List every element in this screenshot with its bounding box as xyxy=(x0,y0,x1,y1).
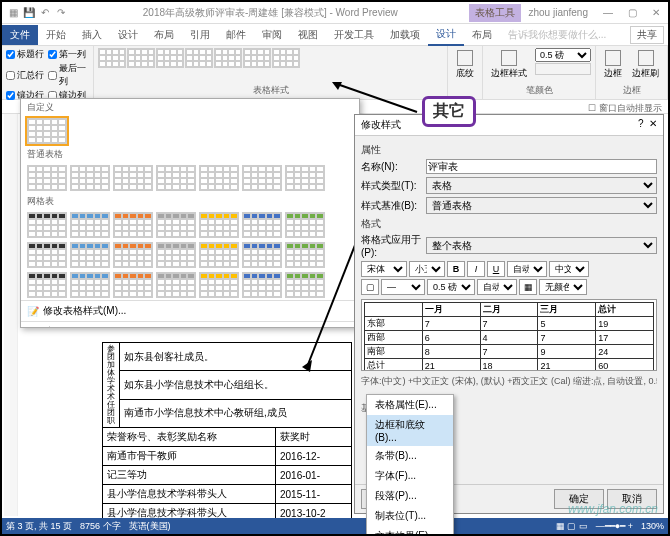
tab-review[interactable]: 审阅 xyxy=(254,25,290,45)
base-select[interactable]: 普通表格 xyxy=(426,197,657,214)
check-first-col[interactable]: 第一列 xyxy=(48,48,89,61)
tab-home[interactable]: 开始 xyxy=(38,25,74,45)
border-none-icon[interactable]: ▢ xyxy=(361,279,379,295)
style-thumb[interactable] xyxy=(27,272,67,298)
name-input[interactable] xyxy=(426,159,657,174)
redo-icon[interactable]: ↷ xyxy=(54,6,68,20)
style-thumb[interactable] xyxy=(27,212,67,238)
painter-icon xyxy=(638,50,654,66)
style-thumb[interactable] xyxy=(70,242,110,268)
underline-button[interactable]: U xyxy=(487,261,505,277)
border-style-button[interactable]: 边框样式 xyxy=(487,48,531,82)
gallery-modify[interactable]: 📝 修改表格样式(M)... xyxy=(21,300,359,321)
style-thumb[interactable] xyxy=(156,272,196,298)
menu-banding[interactable]: 条带(B)... xyxy=(367,446,453,466)
style-thumb[interactable] xyxy=(199,242,239,268)
status-page[interactable]: 第 3 页, 共 15 页 xyxy=(6,520,72,533)
tab-references[interactable]: 引用 xyxy=(182,25,218,45)
font-select[interactable]: 宋体 xyxy=(361,261,407,277)
style-thumb[interactable] xyxy=(113,165,153,191)
style-gallery-mini[interactable] xyxy=(98,48,443,68)
help-icon[interactable]: ? xyxy=(638,118,644,129)
tell-me-search[interactable]: 告诉我你想要做什么... xyxy=(500,28,630,42)
style-thumb[interactable] xyxy=(156,212,196,238)
style-thumb[interactable] xyxy=(242,272,282,298)
bold-button[interactable]: B xyxy=(447,261,465,277)
style-thumb[interactable] xyxy=(199,165,239,191)
size-select[interactable]: 小五 xyxy=(409,261,445,277)
status-lang[interactable]: 英语(美国) xyxy=(129,520,171,533)
maximize-icon[interactable]: ▢ xyxy=(620,3,644,23)
style-thumb[interactable] xyxy=(113,272,153,298)
save-icon[interactable]: 💾 xyxy=(22,6,36,20)
italic-button[interactable]: I xyxy=(467,261,485,277)
menu-font[interactable]: 字体(F)... xyxy=(367,466,453,486)
menu-borders-shading[interactable]: 边框和底纹(B)... xyxy=(367,415,453,446)
view-icons[interactable]: ▦ ▢ ▭ xyxy=(556,521,588,531)
ribbon: 标题行 第一列 汇总行 最后一列 镶边行 镶边列 表样式选项 表格样式 底纹 边… xyxy=(2,46,668,100)
color-select[interactable]: 自动 xyxy=(507,261,547,277)
style-thumb[interactable] xyxy=(242,165,282,191)
status-zoom[interactable]: 130% xyxy=(641,521,664,531)
style-thumb[interactable] xyxy=(113,242,153,268)
menu-table-props[interactable]: 表格属性(E)... xyxy=(367,395,453,415)
style-thumb[interactable] xyxy=(156,242,196,268)
undo-icon[interactable]: ↶ xyxy=(38,6,52,20)
border-painter-button[interactable]: 边框刷 xyxy=(628,48,663,82)
lang-select[interactable]: 中文 xyxy=(549,261,589,277)
weight-select[interactable]: 0.5 磅 xyxy=(427,279,475,295)
minimize-icon[interactable]: — xyxy=(596,3,620,23)
tab-file[interactable]: 文件 xyxy=(2,25,38,45)
style-thumb[interactable] xyxy=(285,212,325,238)
status-words[interactable]: 8756 个字 xyxy=(80,520,121,533)
style-thumb[interactable] xyxy=(156,165,196,191)
user-name[interactable]: zhou jianfeng xyxy=(521,7,597,18)
pen-weight-select[interactable]: 0.5 磅 xyxy=(535,48,591,62)
style-thumb[interactable] xyxy=(27,118,67,144)
style-thumb[interactable] xyxy=(70,272,110,298)
tab-view[interactable]: 视图 xyxy=(290,25,326,45)
pen-color-button[interactable] xyxy=(535,63,591,75)
menu-tabs[interactable]: 制表位(T)... xyxy=(367,506,453,526)
tab-mailings[interactable]: 邮件 xyxy=(218,25,254,45)
style-thumb[interactable] xyxy=(199,212,239,238)
fill-icon[interactable]: ▦ xyxy=(519,279,537,295)
stroke-select[interactable]: — xyxy=(381,279,425,295)
borders-button[interactable]: 边框 xyxy=(600,48,626,82)
style-thumb[interactable] xyxy=(70,165,110,191)
tab-developer[interactable]: 开发工具 xyxy=(326,25,382,45)
close-icon[interactable]: ✕ xyxy=(644,3,668,23)
menu-text-effects[interactable]: 文本效果(E)... xyxy=(367,526,453,536)
close-icon[interactable]: ✕ xyxy=(649,118,657,129)
type-select[interactable]: 表格 xyxy=(426,177,657,194)
tab-addins[interactable]: 加载项 xyxy=(382,25,428,45)
check-header-row[interactable]: 标题行 xyxy=(6,48,44,61)
table-style-gallery: 自定义 普通表格 网格表 📝 修改表格样式(M)... 🧹 清除(C) ▦ 新建… xyxy=(20,98,360,328)
style-thumb[interactable] xyxy=(285,165,325,191)
menu-paragraph[interactable]: 段落(P)... xyxy=(367,486,453,506)
fill-select[interactable]: 无颜色 xyxy=(539,279,587,295)
style-thumb[interactable] xyxy=(27,242,67,268)
tab-table-design[interactable]: 设计 xyxy=(428,24,464,46)
shading-button[interactable]: 底纹 xyxy=(452,48,478,82)
style-thumb[interactable] xyxy=(285,242,325,268)
tab-insert[interactable]: 插入 xyxy=(74,25,110,45)
style-thumb[interactable] xyxy=(242,212,282,238)
share-button[interactable]: 共享 xyxy=(630,26,664,44)
check-total-row[interactable]: 汇总行 xyxy=(6,62,44,88)
tab-table-layout[interactable]: 布局 xyxy=(464,25,500,45)
tab-layout[interactable]: 布局 xyxy=(146,25,182,45)
window-buttons: — ▢ ✕ xyxy=(596,3,668,23)
dialog-titlebar[interactable]: 修改样式 ? ✕ xyxy=(355,115,663,136)
style-thumb[interactable] xyxy=(242,242,282,268)
style-thumb[interactable] xyxy=(27,165,67,191)
stroke-color-select[interactable]: 自动 xyxy=(477,279,517,295)
style-thumb[interactable] xyxy=(285,272,325,298)
style-thumb[interactable] xyxy=(113,212,153,238)
style-thumb[interactable] xyxy=(199,272,239,298)
tab-design[interactable]: 设计 xyxy=(110,25,146,45)
gallery-clear[interactable]: 🧹 清除(C) xyxy=(21,321,359,328)
apply-select[interactable]: 整个表格 xyxy=(426,237,657,254)
check-last-col[interactable]: 最后一列 xyxy=(48,62,89,88)
style-thumb[interactable] xyxy=(70,212,110,238)
